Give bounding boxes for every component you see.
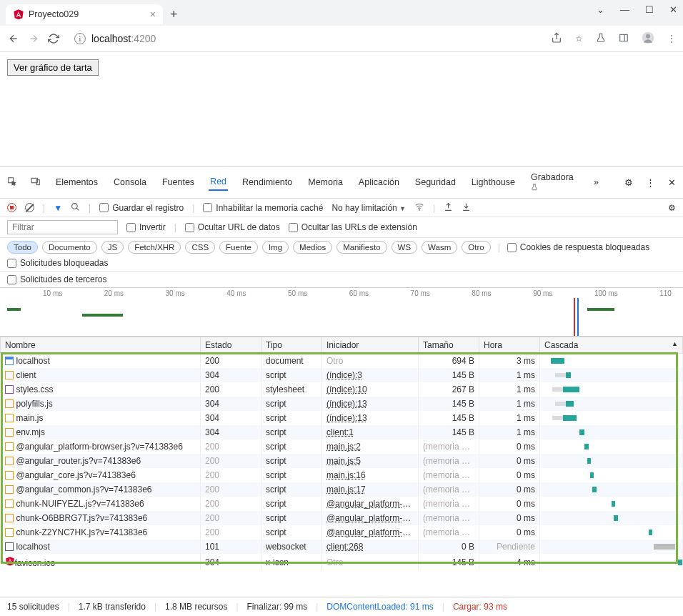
- table-row[interactable]: @angular_router.js?v=741383e6200scriptma…: [1, 454, 683, 468]
- third-party-checkbox[interactable]: Solicitudes de terceros: [7, 274, 106, 284]
- blocked-cookies-checkbox[interactable]: Cookies de respuesta bloqueadas: [507, 242, 649, 252]
- filter-icon[interactable]: ▼: [54, 203, 62, 213]
- col-size[interactable]: Tamaño: [419, 337, 479, 354]
- site-info-icon[interactable]: i: [74, 33, 86, 44]
- filter-css[interactable]: CSS: [185, 241, 215, 254]
- upload-icon[interactable]: [444, 202, 453, 214]
- close-tab-icon[interactable]: ×: [150, 9, 156, 20]
- table-row[interactable]: main.js304script(índice):13145 B1 ms: [1, 411, 683, 425]
- cell-initiator[interactable]: (índice):3: [322, 368, 419, 382]
- cell-initiator[interactable]: (índice):13: [322, 411, 419, 425]
- table-row[interactable]: chunk-NUIFYEZL.js?v=741383e6200script@an…: [1, 497, 683, 511]
- kebab-icon[interactable]: ⋮: [646, 177, 655, 188]
- table-row[interactable]: chunk-O6BBRG7T.js?v=741383e6200script@an…: [1, 511, 683, 525]
- wifi-icon[interactable]: [414, 202, 424, 214]
- filter-img[interactable]: Img: [262, 241, 289, 254]
- hide-data-urls-checkbox[interactable]: Ocultar URL de datos: [185, 222, 280, 232]
- table-row[interactable]: @angular_core.js?v=741383e6200scriptmain…: [1, 468, 683, 482]
- table-row[interactable]: favicon.ico304x-iconOtro145 B4 ms: [1, 554, 683, 570]
- table-row[interactable]: client304script(índice):3145 B1 ms: [1, 368, 683, 382]
- tab-console[interactable]: Consola: [112, 174, 148, 190]
- clear-button[interactable]: [25, 203, 34, 212]
- flask-icon[interactable]: [596, 33, 606, 45]
- col-initiator[interactable]: Iniciador: [322, 337, 419, 354]
- stop-record-button[interactable]: [7, 203, 16, 212]
- maximize-icon[interactable]: ☐: [645, 4, 654, 15]
- tab-memory[interactable]: Memoria: [306, 174, 344, 190]
- close-devtools-icon[interactable]: ✕: [668, 177, 676, 188]
- filter-font[interactable]: Fuente: [219, 241, 258, 254]
- browser-tab[interactable]: Proyecto029 ×: [6, 4, 163, 24]
- preserve-log-checkbox[interactable]: Guardar el registro: [99, 203, 184, 213]
- disable-cache-checkbox[interactable]: Inhabilitar la memoria caché: [203, 203, 323, 213]
- filter-all[interactable]: Todo: [7, 241, 38, 254]
- search-icon[interactable]: [71, 202, 80, 214]
- table-row[interactable]: localhost200documentOtro694 B3 ms: [1, 354, 683, 369]
- col-waterfall[interactable]: Cascada: [540, 337, 683, 354]
- settings-icon[interactable]: ⚙: [624, 177, 633, 188]
- table-row[interactable]: styles.css200stylesheet(índice):10267 B1…: [1, 382, 683, 397]
- cell-initiator[interactable]: Otro: [322, 554, 419, 570]
- table-row[interactable]: polyfills.js304script(índice):13145 B1 m…: [1, 397, 683, 411]
- filter-document[interactable]: Documento: [42, 241, 97, 254]
- table-row[interactable]: env.mjs304scriptclient:1145 B1 ms: [1, 425, 683, 439]
- tab-security[interactable]: Seguridad: [414, 174, 457, 190]
- table-row[interactable]: localhost101websocketclient:2680 BPendie…: [1, 540, 683, 554]
- tab-elements[interactable]: Elementos: [54, 174, 99, 190]
- filter-js[interactable]: JS: [101, 241, 124, 254]
- bookmark-icon[interactable]: ☆: [575, 34, 583, 44]
- timeline[interactable]: 10 ms20 ms30 ms40 ms50 ms60 ms70 ms80 ms…: [0, 288, 683, 337]
- inspect-icon[interactable]: [7, 177, 17, 189]
- col-type[interactable]: Tipo: [261, 337, 322, 354]
- tab-performance[interactable]: Rendimiento: [241, 174, 294, 190]
- caret-down-icon[interactable]: ⌄: [597, 4, 604, 15]
- cell-initiator[interactable]: main.js:17: [322, 482, 419, 497]
- new-tab-button[interactable]: +: [170, 7, 178, 22]
- omnibox[interactable]: i localhost:4200: [67, 30, 544, 47]
- profile-icon[interactable]: [642, 31, 654, 46]
- filter-fetch[interactable]: Fetch/XHR: [128, 241, 181, 254]
- cell-initiator[interactable]: (índice):10: [322, 382, 419, 397]
- throttling-select[interactable]: No hay limitación ▼: [331, 203, 406, 213]
- forward-button[interactable]: [27, 32, 40, 45]
- panel-icon[interactable]: [619, 33, 629, 45]
- tab-network[interactable]: Red: [209, 174, 228, 191]
- tab-recorder[interactable]: Grabadora: [529, 169, 581, 195]
- filter-other[interactable]: Otro: [462, 241, 490, 254]
- more-tabs-icon[interactable]: »: [594, 177, 599, 187]
- device-toggle-icon[interactable]: [30, 177, 41, 189]
- cell-initiator[interactable]: @angular_platform-br...: [322, 525, 419, 540]
- col-time[interactable]: Hora: [479, 337, 540, 354]
- filter-media[interactable]: Medios: [293, 241, 332, 254]
- close-window-icon[interactable]: ✕: [669, 4, 677, 15]
- filter-manifest[interactable]: Manifiesto: [336, 241, 387, 254]
- blocked-requests-checkbox[interactable]: Solicitudes bloqueadas: [7, 258, 108, 268]
- col-name[interactable]: Nombre: [1, 337, 201, 354]
- col-status[interactable]: Estado: [201, 337, 261, 354]
- menu-icon[interactable]: ⋮: [667, 34, 676, 44]
- cell-initiator[interactable]: main.js:2: [322, 439, 419, 454]
- minimize-icon[interactable]: —: [620, 4, 629, 15]
- hide-ext-urls-checkbox[interactable]: Ocultar las URLs de extensión: [289, 222, 417, 232]
- tab-application[interactable]: Aplicación: [357, 174, 401, 190]
- view-pie-chart-button[interactable]: Ver gráfico de tarta: [7, 59, 99, 76]
- cell-initiator[interactable]: @angular_platform-br...: [322, 497, 419, 511]
- filter-input[interactable]: [7, 220, 118, 234]
- filter-ws[interactable]: WS: [392, 241, 418, 254]
- download-icon[interactable]: [462, 202, 471, 214]
- filter-wasm[interactable]: Wasm: [422, 241, 457, 254]
- tab-sources[interactable]: Fuentes: [161, 174, 196, 190]
- cell-initiator[interactable]: client:268: [322, 540, 419, 554]
- network-settings-icon[interactable]: ⚙: [668, 203, 676, 213]
- cell-initiator[interactable]: client:1: [322, 425, 419, 439]
- cell-initiator[interactable]: (índice):13: [322, 397, 419, 411]
- table-row[interactable]: @angular_common.js?v=741383e6200scriptma…: [1, 482, 683, 497]
- cell-initiator[interactable]: @angular_platform-br...: [322, 511, 419, 525]
- cell-initiator[interactable]: main.js:5: [322, 454, 419, 468]
- invert-checkbox[interactable]: Invertir: [126, 222, 166, 232]
- reload-button[interactable]: [47, 32, 60, 45]
- share-icon[interactable]: [551, 32, 562, 46]
- table-row[interactable]: @angular_platform-browser.js?v=741383e62…: [1, 439, 683, 454]
- cell-initiator[interactable]: Otro: [322, 354, 419, 369]
- table-row[interactable]: chunk-Z2YNC7HK.js?v=741383e6200script@an…: [1, 525, 683, 540]
